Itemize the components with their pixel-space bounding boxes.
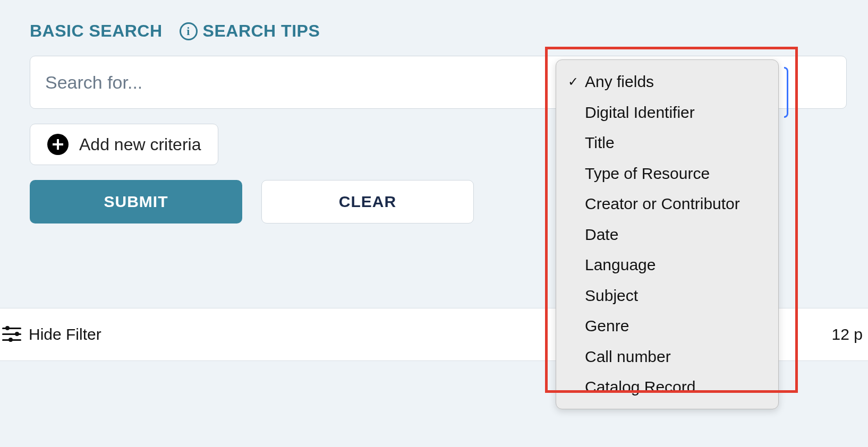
- field-dropdown-option-label: Genre: [585, 313, 629, 339]
- field-dropdown-option[interactable]: ✓Any fields: [556, 66, 778, 97]
- field-dropdown-option[interactable]: Genre: [556, 311, 778, 341]
- field-select-focus-edge: [784, 67, 788, 118]
- field-dropdown-option[interactable]: Digital Identifier: [556, 97, 778, 128]
- tab-search-tips[interactable]: i SEARCH TIPS: [180, 21, 320, 41]
- field-dropdown-option-label: Type of Resource: [585, 160, 710, 187]
- search-tabs: BASIC SEARCH i SEARCH TIPS: [30, 21, 847, 41]
- field-dropdown-option-label: Language: [585, 252, 656, 278]
- field-dropdown[interactable]: ✓Any fieldsDigital IdentifierTitleType o…: [556, 59, 779, 409]
- plus-icon: [47, 134, 69, 155]
- clear-button-label: CLEAR: [339, 193, 396, 211]
- field-dropdown-option[interactable]: Date: [556, 219, 778, 250]
- tab-basic-search[interactable]: BASIC SEARCH: [30, 21, 163, 41]
- submit-button[interactable]: SUBMIT: [30, 180, 242, 224]
- field-dropdown-option-label: Creator or Contributor: [585, 191, 740, 217]
- field-dropdown-option-label: Title: [585, 130, 615, 156]
- check-icon: ✓: [566, 71, 581, 92]
- field-dropdown-option[interactable]: Subject: [556, 280, 778, 311]
- field-dropdown-option-label: Catalog Record: [585, 374, 695, 400]
- field-dropdown-option[interactable]: Title: [556, 127, 778, 158]
- info-icon: i: [180, 22, 198, 40]
- field-dropdown-option[interactable]: Creator or Contributor: [556, 188, 778, 219]
- field-dropdown-option[interactable]: Language: [556, 250, 778, 280]
- sliders-icon: [2, 326, 21, 342]
- hide-filter-toggle[interactable]: Hide Filter: [2, 325, 101, 343]
- submit-button-label: SUBMIT: [104, 193, 168, 211]
- field-dropdown-option-label: Date: [585, 221, 618, 248]
- clear-button[interactable]: CLEAR: [261, 180, 474, 224]
- hide-filter-label: Hide Filter: [29, 325, 101, 343]
- field-dropdown-option[interactable]: Type of Resource: [556, 158, 778, 189]
- add-criteria-label: Add new criteria: [79, 135, 201, 154]
- tab-search-tips-label: SEARCH TIPS: [203, 21, 320, 41]
- field-dropdown-option[interactable]: Call number: [556, 341, 778, 372]
- field-dropdown-option-label: Digital Identifier: [585, 99, 695, 126]
- field-dropdown-option-label: Any fields: [585, 68, 654, 95]
- add-criteria-button[interactable]: Add new criteria: [30, 124, 218, 165]
- tab-basic-search-label: BASIC SEARCH: [30, 21, 163, 41]
- results-per-page-fragment: 12 p: [832, 325, 864, 343]
- field-dropdown-option[interactable]: Catalog Record: [556, 372, 778, 402]
- field-dropdown-option-label: Call number: [585, 343, 671, 370]
- field-dropdown-option-label: Subject: [585, 282, 638, 309]
